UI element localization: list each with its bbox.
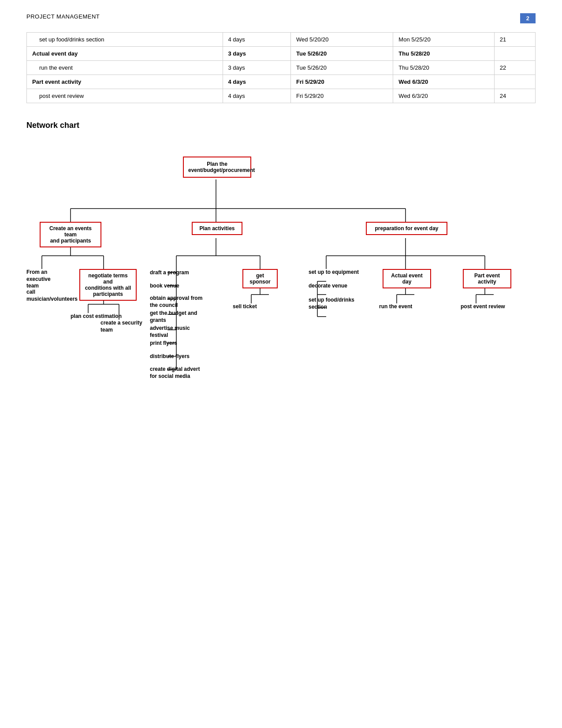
set-up-equipment-node: set up to equipment xyxy=(309,269,366,276)
table-row: run the event3 daysTue 5/26/20Thu 5/28/2… xyxy=(27,61,536,75)
table-row: set up food/drinks section4 daysWed 5/20… xyxy=(27,33,536,47)
create-security-node: create a securityteam xyxy=(100,320,149,333)
page-title: PROJECT MANAGEMENT xyxy=(26,13,100,20)
actual-event-day-label: Actual event day xyxy=(391,273,422,285)
part-event-label: Part event activity xyxy=(474,273,500,285)
plan-cost-node: plan cost estimation xyxy=(71,313,123,320)
get-sponsor-label: get sponsor xyxy=(249,273,270,285)
network-container: Plan theevent/budget/procurement Create … xyxy=(26,143,529,474)
print-flyers-node: print flyers xyxy=(150,340,177,347)
decorate-venue-node: decorate venue xyxy=(309,283,366,290)
sell-ticket-node: sell ticket xyxy=(233,303,257,310)
table-row: Actual event day3 daysTue 5/26/20Thu 5/2… xyxy=(27,47,536,61)
preparation-box: preparation for event day xyxy=(366,222,447,235)
negotiate-label: negotiate terms andconditions with allpa… xyxy=(85,273,131,297)
get-budget-node: get the budget andgrants xyxy=(150,310,203,324)
plan-event-box: Plan theevent/budget/procurement xyxy=(183,157,251,178)
network-chart-title: Network chart xyxy=(26,121,536,130)
preparation-label: preparation for event day xyxy=(375,225,438,231)
page-number: 2 xyxy=(520,13,536,23)
table-row: post event review4 daysFri 5/29/20Wed 6/… xyxy=(27,89,536,103)
advertise-node: advertise musicfestival xyxy=(150,325,203,339)
post-event-node: post event review xyxy=(461,303,514,310)
set-up-food-node: set up food/drinkssection xyxy=(309,297,366,310)
plan-activities-box: Plan activities xyxy=(192,222,242,235)
create-digital-node: create digital advertfor social media xyxy=(150,366,207,380)
get-sponsor-box: get sponsor xyxy=(242,269,278,288)
create-events-team-box: Create an events teamand participants xyxy=(40,222,101,247)
distribute-flyers-node: distribute flyers xyxy=(150,353,190,360)
schedule-table: set up food/drinks section4 daysWed 5/20… xyxy=(26,32,536,103)
run-the-event-node: run the event xyxy=(379,303,428,310)
network-svg xyxy=(26,143,529,474)
draft-program-node: draft a program xyxy=(150,269,189,276)
actual-event-day-box: Actual event day xyxy=(383,269,431,288)
part-event-box: Part event activity xyxy=(463,269,511,288)
plan-event-label: Plan theevent/budget/procurement xyxy=(188,161,255,173)
negotiate-box: negotiate terms andconditions with allpa… xyxy=(79,269,137,301)
book-venue-node: book venue xyxy=(150,283,179,290)
create-events-team-label: Create an events teamand participants xyxy=(49,225,92,244)
obtain-approval-node: obtain approval fromthe council xyxy=(150,295,203,309)
from-executive-node: From an executiveteam xyxy=(26,269,66,290)
table-row: Part event activity4 daysFri 5/29/20Wed … xyxy=(27,75,536,89)
plan-activities-label: Plan activities xyxy=(199,225,234,231)
call-musician-node: callmusician/volunteers xyxy=(26,289,66,302)
page-header: PROJECT MANAGEMENT 2 xyxy=(26,13,536,23)
network-chart-section: Network chart xyxy=(26,121,536,474)
